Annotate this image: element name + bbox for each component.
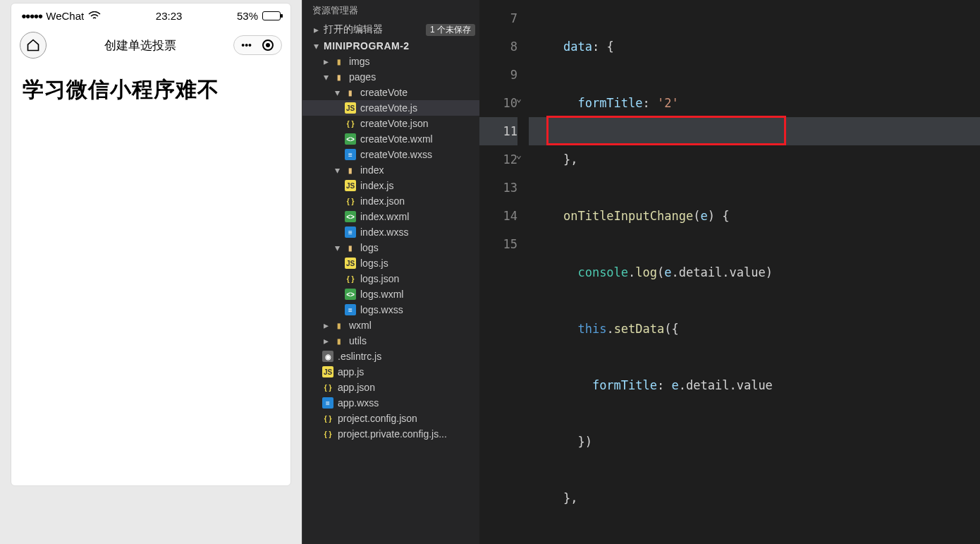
file-label: .eslintrc.js (338, 351, 381, 362)
folder-label: createVote (360, 87, 408, 98)
wxml-icon: <> (345, 211, 356, 222)
file-label: project.config.json (338, 413, 417, 424)
js-icon: JS (345, 258, 356, 269)
folder-icon: ▮ (333, 320, 345, 331)
chevron-down-icon: ▾ (312, 40, 319, 52)
file-index-wxss[interactable]: ≡index.wxss (302, 224, 479, 240)
chevron-down-icon: ▾ (333, 87, 341, 98)
carrier-label: WeChat (46, 10, 84, 22)
file-label: logs.wxss (360, 304, 403, 315)
json-icon: { } (345, 195, 356, 207)
folder-createvote[interactable]: ▾▮createVote (302, 85, 479, 100)
chevron-right-icon: ▸ (322, 320, 329, 331)
file-app-wxss[interactable]: ≡app.wxss (302, 395, 479, 411)
file-label: createVote.wxml (360, 133, 433, 145)
file-index-json[interactable]: { }index.json (302, 193, 479, 209)
active-line-highlight (529, 117, 980, 145)
file-createvote-wxss[interactable]: ≡createVote.wxss (302, 147, 479, 162)
folder-label: logs (360, 242, 379, 253)
code-editor[interactable]: 78910 1112131415 ⌄ ⌄ data: { formTitle: … (479, 0, 980, 544)
json-icon: { } (322, 428, 333, 440)
folder-pages[interactable]: ▾▮pages (302, 69, 479, 85)
simulator-panel: ●●●●● WeChat 23:23 53% 创建单选投票 ••• 学习微信小程… (0, 0, 302, 544)
explorer-title: 资源管理器 (302, 0, 479, 21)
gutter: 78910 1112131415 (479, 0, 529, 544)
file-label: createVote.json (360, 118, 429, 129)
capsule-menu[interactable]: ••• (233, 35, 282, 55)
chevron-right-icon: ▸ (322, 56, 329, 67)
project-name: MINIPROGRAM-2 (324, 40, 410, 52)
file-index-js[interactable]: JSindex.js (302, 178, 479, 193)
project-root[interactable]: ▾ MINIPROGRAM-2 (302, 38, 479, 54)
file-label: app.js (338, 366, 364, 377)
folder-label: utils (349, 335, 367, 346)
phone-navbar: 创建单选投票 ••• (11, 28, 290, 63)
chevron-down-icon: ▾ (322, 71, 329, 83)
phone-content[interactable]: 学习微信小程序难不 (11, 63, 290, 485)
folder-label: imgs (349, 56, 370, 67)
file-index-wxml[interactable]: <>index.wxml (302, 209, 479, 224)
fold-icon[interactable]: ⌄ (516, 93, 522, 104)
target-icon[interactable] (262, 39, 274, 52)
battery-icon (262, 11, 281, 20)
wxml-icon: <> (345, 289, 356, 300)
file-label: index.json (360, 195, 405, 207)
folder-logs[interactable]: ▾▮logs (302, 240, 479, 255)
right-panel: 78910 1112131415 ⌄ ⌄ data: { formTitle: … (479, 0, 980, 544)
folder-open-icon: ▮ (345, 242, 356, 253)
wxss-icon: ≡ (345, 304, 356, 315)
file-logs-wxml[interactable]: <>logs.wxml (302, 286, 479, 302)
wxss-icon: ≡ (345, 149, 356, 160)
file-label: logs.js (360, 258, 388, 269)
file-label: app.wxss (338, 397, 379, 409)
svg-point-1 (266, 43, 270, 47)
file-label: project.private.config.js... (338, 428, 447, 440)
file-label: app.json (338, 382, 375, 393)
more-icon[interactable]: ••• (241, 40, 252, 51)
file-createvote-wxml[interactable]: <>createVote.wxml (302, 131, 479, 147)
file-label: createVote.wxss (360, 149, 432, 160)
json-icon: { } (322, 413, 333, 424)
file-createvote-json[interactable]: { }createVote.json (302, 116, 479, 131)
chevron-down-icon: ▾ (333, 164, 341, 176)
wxss-icon: ≡ (322, 397, 333, 409)
file-label: index.wxml (360, 211, 409, 222)
folder-wxml[interactable]: ▸▮wxml (302, 318, 479, 333)
folder-label: pages (349, 71, 376, 83)
file-logs-js[interactable]: JSlogs.js (302, 255, 479, 271)
fold-icon[interactable]: ⌄ (516, 150, 522, 160)
wxml-icon: <> (345, 133, 356, 145)
json-icon: { } (345, 273, 356, 284)
home-icon (26, 38, 40, 52)
file-logs-wxss[interactable]: ≡logs.wxss (302, 302, 479, 318)
folder-open-icon: ▮ (333, 71, 345, 83)
home-button[interactable] (20, 32, 47, 59)
nav-title: 创建单选投票 (104, 37, 176, 54)
chevron-right-icon: ▸ (322, 335, 329, 346)
file-label: logs.json (360, 273, 399, 284)
form-title-input[interactable]: 学习微信小程序难不 (23, 75, 279, 104)
file-project-private[interactable]: { }project.private.config.js... (302, 426, 479, 442)
folder-icon: ▮ (333, 56, 345, 67)
folder-imgs[interactable]: ▸▮imgs (302, 54, 479, 69)
opened-editors[interactable]: ▸ 打开的编辑器 1 个未保存 (302, 21, 479, 38)
code-area[interactable]: data: { formTitle: '2' }, onTitleInputCh… (529, 0, 980, 544)
folder-index[interactable]: ▾▮index (302, 162, 479, 178)
chevron-down-icon: ▾ (333, 242, 341, 253)
file-project-config[interactable]: { }project.config.json (302, 411, 479, 426)
signal-dots-icon: ●●●●● (21, 11, 42, 21)
file-app-json[interactable]: { }app.json (302, 380, 479, 395)
file-app-js[interactable]: JSapp.js (302, 364, 479, 380)
phone-statusbar: ●●●●● WeChat 23:23 53% (11, 4, 290, 28)
file-createvote-js[interactable]: JScreateVote.js (302, 100, 479, 116)
file-label: index.wxss (360, 226, 408, 238)
file-logs-json[interactable]: { }logs.json (302, 271, 479, 286)
opened-editors-label: 打开的编辑器 (324, 23, 383, 36)
folder-utils[interactable]: ▸▮utils (302, 333, 479, 349)
js-icon: JS (322, 366, 333, 377)
json-icon: { } (345, 118, 356, 129)
folder-icon: ▮ (333, 335, 345, 346)
folder-open-icon: ▮ (345, 87, 356, 98)
chevron-right-icon: ▸ (312, 24, 319, 35)
file-eslintrc[interactable]: ◉.eslintrc.js (302, 349, 479, 364)
